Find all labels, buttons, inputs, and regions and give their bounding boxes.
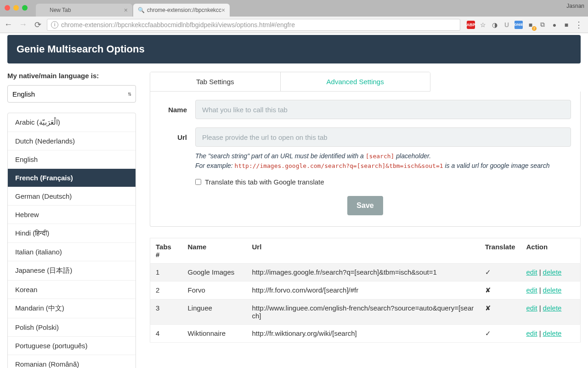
tab-settings-tab[interactable]: Tab Settings: [150, 72, 281, 91]
browser-menu-icon[interactable]: ⋮: [574, 21, 582, 29]
action-separator: |: [537, 286, 543, 294]
cell-action: edit|delete: [521, 264, 581, 282]
tab-close-icon[interactable]: ×: [221, 6, 225, 14]
th-name: Name: [182, 238, 247, 264]
name-field-label: Name: [159, 106, 187, 114]
cell-name: Linguee: [182, 299, 247, 325]
language-list: Arabic (الْعَرَبيّة)Dutch (Nederlands)En…: [7, 113, 136, 368]
language-item[interactable]: French (Français): [8, 169, 136, 187]
advanced-settings-tab[interactable]: Advanced Settings: [281, 72, 430, 91]
language-item[interactable]: German (Deutsch): [8, 187, 136, 206]
window-buttons: [5, 5, 28, 11]
nav-reload-button[interactable]: ⟳: [32, 20, 43, 30]
window-minimize-button[interactable]: [13, 5, 19, 11]
action-separator: |: [537, 304, 543, 312]
delete-link[interactable]: delete: [543, 329, 562, 337]
cell-tab-no: 4: [150, 325, 182, 343]
th-tabs-no: Tabs #: [150, 238, 182, 264]
table-row: 4Wiktionnairehttp://fr.wiktionary.org/wi…: [150, 325, 581, 343]
language-item[interactable]: Japanese (日本語): [8, 261, 136, 281]
tab-close-icon[interactable]: ×: [124, 6, 128, 14]
language-item[interactable]: Italian (italiano): [8, 243, 136, 261]
main-panel: Tab Settings Advanced Settings Name Url …: [150, 72, 581, 368]
cell-tab-no: 2: [150, 282, 182, 299]
action-separator: |: [537, 329, 543, 337]
tab-title: chrome-extension://bpcnkekcc: [147, 7, 221, 13]
cell-action: edit|delete: [521, 282, 581, 299]
browser-chrome: New Tab×🔍chrome-extension://bpcnkekcc× J…: [0, 0, 588, 17]
cell-url: http://www.linguee.com/english-french/se…: [247, 299, 480, 325]
language-item[interactable]: Polish (Polski): [8, 318, 136, 337]
language-item[interactable]: Korean: [8, 281, 136, 299]
cell-name: Google Images: [182, 264, 247, 282]
cell-tab-no: 1: [150, 264, 182, 282]
page-title: Genie Multisearch Options: [17, 43, 571, 55]
edit-link[interactable]: edit: [526, 329, 537, 337]
table-row: 1Google Imageshttp://images.google.fr/se…: [150, 264, 581, 282]
name-input[interactable]: [195, 100, 571, 119]
language-item[interactable]: Dutch (Nederlands): [8, 132, 136, 150]
helper-code-example: http://images.google.com/search?q=[searc…: [235, 162, 443, 169]
address-bar-row: ← → ⟳ i chrome-extension://bpcnkekccfaab…: [0, 17, 588, 33]
table-row: 3Lingueehttp://www.linguee.com/english-f…: [150, 299, 581, 325]
translate-checkbox-label: Translate this tab with Google translate: [205, 178, 324, 186]
language-item[interactable]: English: [8, 150, 136, 169]
extension-icon-5[interactable]: ■: [562, 21, 571, 29]
abp-extension-icon[interactable]: ABP: [467, 21, 475, 29]
omnibox-url: chrome-extension://bpcnkekccfaabbocmidln…: [61, 21, 295, 29]
save-button[interactable]: Save: [347, 196, 383, 215]
page-header: Genie Multisearch Options: [7, 35, 581, 63]
edit-link[interactable]: edit: [526, 304, 537, 312]
cell-name: Forvo: [182, 282, 247, 299]
delete-link[interactable]: delete: [543, 286, 562, 294]
tab-favicon: [40, 7, 47, 13]
delete-link[interactable]: delete: [543, 304, 562, 312]
delete-link[interactable]: delete: [543, 268, 562, 276]
tab-title: New Tab: [50, 7, 71, 13]
url-field-label: Url: [159, 133, 187, 141]
language-item[interactable]: Hebrew: [8, 206, 136, 224]
language-item[interactable]: Arabic (الْعَرَبيّة): [8, 113, 136, 132]
language-item[interactable]: Hindi (हिन्दी): [8, 224, 136, 243]
nav-forward-button[interactable]: →: [17, 20, 28, 29]
language-item[interactable]: Romanian (Română): [8, 355, 136, 368]
language-item[interactable]: Mandarin (中文): [8, 299, 136, 318]
extension-icon-4[interactable]: ●: [550, 21, 559, 29]
th-url: Url: [247, 238, 480, 264]
browser-tab[interactable]: 🔍chrome-extension://bpcnkekcc×: [133, 4, 230, 17]
helper-code-search: [search]: [366, 153, 395, 160]
star-icon[interactable]: ☆: [479, 21, 487, 29]
extension-icon-3[interactable]: ⧉: [538, 21, 547, 29]
extension-icon-2[interactable]: ■2: [526, 21, 535, 29]
settings-tabstrip: Tab Settings Advanced Settings: [150, 72, 430, 92]
content: My native/main language is: English Arab…: [0, 63, 588, 368]
cell-url: http://images.google.fr/search?q=[search…: [247, 264, 480, 282]
th-translate: Translate: [480, 238, 521, 264]
browser-profile-label[interactable]: Jasnan: [566, 3, 584, 9]
cell-tab-no: 3: [150, 299, 182, 325]
cell-action: edit|delete: [521, 325, 581, 343]
cell-translate: ✓: [480, 325, 521, 343]
url-input[interactable]: [195, 127, 571, 147]
th-action: Action: [521, 238, 581, 264]
tabs-table: Tabs # Name Url Translate Action 1Google…: [150, 238, 581, 343]
window-maximize-button[interactable]: [22, 5, 28, 11]
cell-url: http://fr.forvo.com/word/[search]/#fr: [247, 282, 480, 299]
browser-tab[interactable]: New Tab×: [36, 4, 132, 17]
language-item[interactable]: Portuguese (português): [8, 337, 136, 355]
site-info-icon[interactable]: i: [51, 21, 58, 29]
omnibox[interactable]: i chrome-extension://bpcnkekccfaabbocmid…: [47, 19, 460, 31]
tab-favicon: 🔍: [138, 7, 144, 13]
advanced-settings-panel: Name Url The "search string" part of an …: [150, 92, 581, 227]
translate-checkbox[interactable]: [195, 179, 201, 185]
native-language-select[interactable]: English: [7, 85, 136, 103]
cell-url: http://fr.wiktionary.org/wiki/[search]: [247, 325, 480, 343]
nav-back-button[interactable]: ←: [3, 20, 14, 29]
edit-link[interactable]: edit: [526, 286, 537, 294]
gnie-extension-icon[interactable]: GNIE: [514, 21, 523, 29]
window-close-button[interactable]: [5, 5, 10, 11]
edit-link[interactable]: edit: [526, 268, 537, 276]
extension-icon-1[interactable]: ◑: [491, 21, 499, 29]
extension-icon-u[interactable]: U: [503, 21, 511, 29]
cell-translate: ✓: [480, 264, 521, 282]
